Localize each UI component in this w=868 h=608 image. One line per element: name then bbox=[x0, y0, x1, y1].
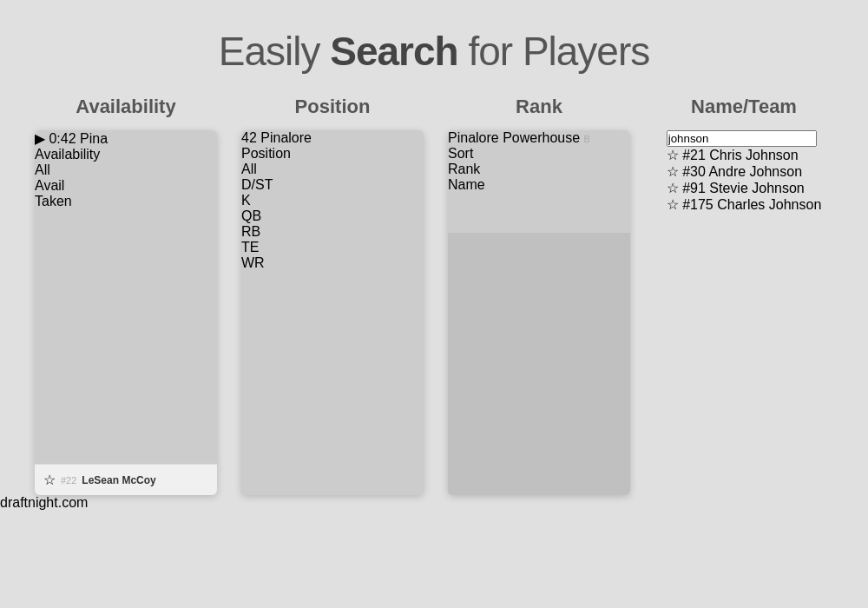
pinnacle-label: Pina bbox=[80, 131, 108, 146]
availability-playbar: ▶ 0:42 Pina bbox=[35, 130, 217, 147]
position-playbar: 42 Pinalore bbox=[241, 130, 424, 146]
rank-screenshot: Pinalore Powerhouse B Sort Rank Name bbox=[448, 130, 630, 495]
rank-stevie-johnson: #91 bbox=[682, 181, 706, 195]
position-item-te[interactable]: TE bbox=[241, 240, 424, 255]
rank-column: Rank Pinalore Powerhouse B Sort Rank Nam… bbox=[448, 96, 630, 495]
play-icon[interactable]: ▶ bbox=[35, 131, 45, 146]
availability-dropdown-container: Availability All Avail Taken bbox=[35, 147, 217, 209]
name-search-input[interactable] bbox=[667, 130, 817, 147]
position-item-rb[interactable]: RB bbox=[241, 224, 424, 240]
star-chris-johnson[interactable]: ☆ bbox=[667, 148, 679, 162]
lesean-rank: #22 bbox=[61, 475, 76, 486]
availability-bottom-row: ☆ #22 LeSean McCoy bbox=[35, 464, 217, 495]
name-andre-johnson: Andre Johnson bbox=[708, 164, 802, 179]
rank-right-text: B bbox=[584, 134, 590, 144]
position-item-k[interactable]: K bbox=[241, 193, 424, 208]
name-stevie-johnson: Stevie Johnson bbox=[709, 181, 804, 195]
position-screenshot: 42 Pinalore Position All D/ST K QB RB TE… bbox=[241, 130, 424, 495]
result-andre-johnson: ☆ #30 Andre Johnson bbox=[667, 163, 822, 180]
rank-andre-johnson: #30 bbox=[682, 164, 706, 179]
position-dropdown-container: Position All D/ST K QB RB TE WR bbox=[241, 146, 424, 271]
name-chris-johnson: Chris Johnson bbox=[709, 148, 798, 162]
position-item-wr[interactable]: WR bbox=[241, 255, 424, 271]
nameteam-header: Name/Team bbox=[691, 96, 797, 118]
page-title: Easily Search for Players bbox=[0, 0, 868, 96]
availability-item-taken[interactable]: Taken bbox=[35, 194, 217, 209]
availability-header: Availability bbox=[76, 96, 175, 118]
position-dropdown: Position All D/ST K QB RB TE WR bbox=[241, 146, 424, 271]
position-dropdown-title: Position bbox=[241, 146, 424, 162]
rank-item-rank[interactable]: Rank bbox=[448, 162, 630, 177]
draftnight-credit: draftnight.com bbox=[0, 495, 868, 511]
rank-dropdown-title: Sort bbox=[448, 146, 630, 162]
availability-screenshot: ▶ 0:42 Pina Availability All Avail Taken… bbox=[35, 130, 217, 495]
nameteam-area: ☆ #21 Chris Johnson ☆ #30 Andre Johnson … bbox=[667, 130, 822, 213]
result-stevie-johnson: ☆ #91 Stevie Johnson bbox=[667, 180, 822, 196]
star-stevie-johnson[interactable]: ☆ bbox=[667, 181, 679, 195]
title-light-1: Easily bbox=[219, 29, 330, 74]
lesean-name: LeSean McCoy bbox=[82, 474, 155, 486]
rank-dropdown: Sort Rank Name bbox=[448, 146, 630, 193]
rank-bg-area bbox=[448, 233, 630, 495]
availability-item-avail[interactable]: Avail bbox=[35, 178, 217, 194]
rank-pinnacle: Pinalore Powerhouse bbox=[448, 130, 580, 145]
rank-charles-johnson: #175 bbox=[682, 197, 713, 212]
rank-item-name[interactable]: Name bbox=[448, 177, 630, 193]
availability-dropdown-title: Availability bbox=[35, 147, 217, 162]
position-item-qb[interactable]: QB bbox=[241, 208, 424, 224]
nameteam-column: Name/Team ☆ #21 Chris Johnson ☆ #30 Andr… bbox=[654, 96, 833, 213]
rank-chris-johnson: #21 bbox=[682, 148, 706, 162]
position-header: Position bbox=[295, 96, 371, 118]
star-icon-lesean[interactable]: ☆ bbox=[43, 472, 56, 488]
availability-item-all[interactable]: All bbox=[35, 162, 217, 178]
title-bold: Search bbox=[330, 29, 457, 74]
columns-container: Availability ▶ 0:42 Pina Availability Al… bbox=[0, 96, 868, 495]
rank-dropdown-container: Sort Rank Name bbox=[448, 146, 630, 193]
availability-column: Availability ▶ 0:42 Pina Availability Al… bbox=[35, 96, 217, 495]
position-time: 42 bbox=[241, 130, 257, 145]
rank-header: Rank bbox=[516, 96, 562, 118]
position-item-all[interactable]: All bbox=[241, 162, 424, 177]
time-display: 0:42 bbox=[49, 131, 76, 146]
star-charles-johnson[interactable]: ☆ bbox=[667, 197, 679, 212]
result-charles-johnson: ☆ #175 Charles Johnson bbox=[667, 196, 822, 213]
star-andre-johnson[interactable]: ☆ bbox=[667, 164, 679, 179]
position-column: Position 42 Pinalore Position All D/ST K… bbox=[241, 96, 424, 495]
search-results-list: ☆ #21 Chris Johnson ☆ #30 Andre Johnson … bbox=[667, 147, 822, 213]
title-light-2: for Players bbox=[458, 29, 650, 74]
position-item-dst[interactable]: D/ST bbox=[241, 177, 424, 193]
position-pinnacle: Pinalore bbox=[260, 130, 312, 145]
name-charles-johnson: Charles Johnson bbox=[717, 197, 821, 212]
rank-playbar: Pinalore Powerhouse B bbox=[448, 130, 630, 146]
availability-dropdown: Availability All Avail Taken bbox=[35, 147, 217, 209]
result-chris-johnson: ☆ #21 Chris Johnson bbox=[667, 147, 822, 163]
